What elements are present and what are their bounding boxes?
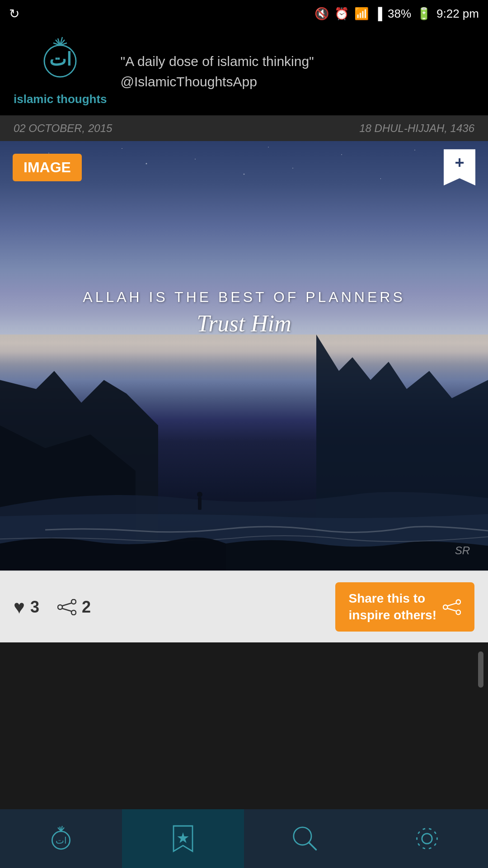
- share-count: 2: [82, 598, 91, 617]
- settings-icon: [411, 823, 443, 854]
- svg-line-19: [447, 603, 456, 606]
- hijri-date: 18 DHUL-HIJJAH, 1436: [359, 122, 474, 135]
- svg-text:ﺍﺕ: ﺍﺕ: [56, 835, 67, 845]
- svg-text:ﺍﺕ: ﺍﺕ: [49, 49, 71, 69]
- status-left-icons: ↻: [9, 6, 19, 21]
- share-inspire-button[interactable]: Share this to inspire others!: [335, 582, 474, 632]
- svg-point-31: [417, 829, 437, 849]
- svg-point-11: [58, 605, 62, 609]
- favorites-icon: [167, 823, 199, 854]
- nav-item-settings[interactable]: [366, 809, 488, 868]
- tagline-line2: @IslamicThoughtsApp: [121, 71, 314, 92]
- watermark: SR: [455, 544, 470, 557]
- share-btn-text: Share this to inspire others!: [349, 590, 436, 623]
- share-line1: Share this to: [349, 590, 436, 607]
- svg-line-14: [62, 603, 71, 606]
- action-left: ♥ 3 2: [14, 596, 91, 618]
- like-button[interactable]: ♥ 3: [14, 596, 39, 618]
- svg-point-17: [456, 599, 461, 604]
- share-count-button[interactable]: 2: [57, 598, 91, 617]
- nav-item-favorites[interactable]: [122, 809, 244, 868]
- share-btn-icon: [443, 599, 461, 615]
- svg-point-16: [443, 605, 448, 609]
- alarm-icon: ⏰: [334, 7, 349, 21]
- svg-rect-9: [198, 497, 202, 509]
- status-bar: ↻ 🔇 ⏰ 📶 ▐ 38% 🔋 9:22 pm: [0, 0, 488, 27]
- bottom-nav: ﺍﺕ: [0, 809, 488, 868]
- scroll-indicator: [478, 651, 483, 688]
- date-bar: 02 OCTOBER, 2015 18 DHUL-HIJJAH, 1436: [0, 116, 488, 141]
- card-container: ALLAH IS THE BEST OF PLANNERS Trust Him …: [0, 141, 488, 642]
- image-badge: IMAGE: [13, 154, 82, 181]
- image-background: ALLAH IS THE BEST OF PLANNERS Trust Him …: [0, 141, 488, 571]
- quote-sub-text: Trust Him: [49, 310, 439, 337]
- share-line2: inspire others!: [349, 607, 436, 623]
- svg-line-29: [309, 842, 316, 849]
- mountain-silhouette: [0, 335, 488, 571]
- status-right-icons: 🔇 ⏰ 📶 ▐ 38% 🔋 9:22 pm: [314, 7, 479, 21]
- svg-point-18: [456, 610, 461, 614]
- app-header: ﺍﺕ islamic thoughts "A daily dose of isl…: [0, 27, 488, 116]
- svg-marker-27: [177, 832, 188, 843]
- svg-rect-8: [0, 335, 488, 380]
- bookmark-plus-icon: +: [455, 153, 464, 172]
- like-count: 3: [30, 598, 39, 617]
- home-icon: ﺍﺕ: [45, 823, 77, 854]
- sync-icon: ↻: [9, 6, 19, 21]
- svg-line-20: [447, 608, 456, 611]
- battery-icon: 🔋: [417, 7, 431, 21]
- image-area: ALLAH IS THE BEST OF PLANNERS Trust Him …: [0, 141, 488, 571]
- wifi-icon: 📶: [354, 7, 369, 21]
- signal-icon: ▐: [374, 7, 382, 21]
- battery-percentage: 38%: [388, 7, 411, 21]
- heart-icon: ♥: [14, 596, 25, 618]
- action-bar: ♥ 3 2 Share this to inspire others!: [0, 571, 488, 642]
- app-logo: ﺍﺕ: [33, 36, 87, 90]
- header-tagline: "A daily dose of islamic thinking" @Isla…: [121, 51, 314, 92]
- svg-point-30: [422, 834, 432, 844]
- nav-item-home[interactable]: ﺍﺕ: [0, 809, 122, 868]
- nav-item-search[interactable]: [244, 809, 366, 868]
- quote-main-text: ALLAH IS THE BEST OF PLANNERS: [49, 289, 439, 306]
- svg-point-12: [71, 599, 76, 604]
- clock: 9:22 pm: [436, 7, 479, 21]
- svg-point-13: [71, 610, 76, 615]
- search-icon: [289, 823, 321, 854]
- mute-icon: 🔇: [314, 7, 329, 21]
- next-card-preview: [0, 642, 488, 697]
- quote-overlay: ALLAH IS THE BEST OF PLANNERS Trust Him: [49, 289, 439, 337]
- logo-area: ﺍﺕ islamic thoughts: [14, 36, 107, 106]
- share-count-icon: [57, 599, 76, 615]
- tagline-line1: "A daily dose of islamic thinking": [121, 51, 314, 71]
- svg-point-10: [197, 491, 202, 497]
- svg-line-15: [62, 609, 71, 611]
- logo-text: islamic thoughts: [14, 92, 107, 106]
- gregorian-date: 02 OCTOBER, 2015: [14, 122, 112, 135]
